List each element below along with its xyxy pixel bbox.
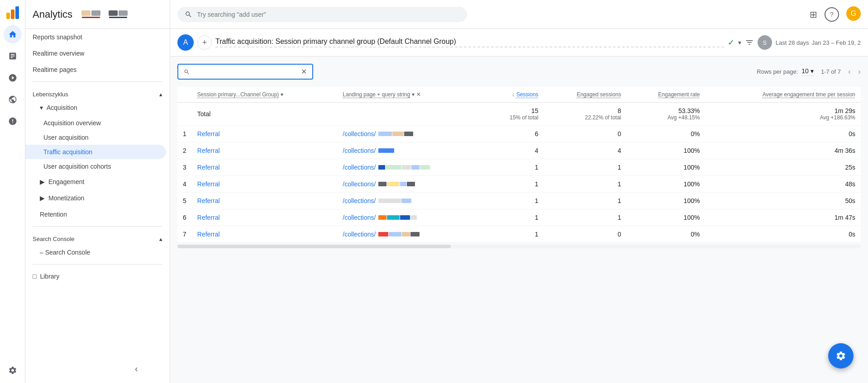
section-lebenszyklus[interactable]: Lebenszyklus ▴ [25,85,170,99]
search-input[interactable] [197,11,460,18]
row-sessions: 1 [485,176,544,193]
col-sessions-label[interactable]: Sessions [516,91,539,98]
row-engaged: 1 [544,209,627,226]
col-channel-filter-icon[interactable]: ▾ [281,91,283,98]
sidebar-header: Analytics [25,0,170,29]
row-channel[interactable]: Referral [192,209,337,226]
row-channel[interactable]: Referral [192,193,337,209]
row-channel[interactable]: Referral [192,176,337,193]
sidebar-item-user-acquisition-cohorts[interactable]: User acquisition cohorts [25,159,166,174]
advertising-icon[interactable] [4,112,22,130]
reports-icon[interactable] [4,47,22,65]
col-landing: Landing page + query string ▾ ✕ [337,87,484,103]
row-landing[interactable]: /collections/ [337,176,484,193]
sidebar-item-realtime-pages[interactable]: Realtime pages [25,61,166,78]
tab-1[interactable] [78,9,104,20]
row-landing[interactable]: /collections/ [337,142,484,159]
app-title: Analytics [33,9,72,20]
col-engaged-sessions: Engaged sessions [544,87,627,103]
sidebar-item-library[interactable]: □ Library [25,268,166,284]
row-landing[interactable]: /collections/ [337,159,484,176]
row-num: 5 [177,193,192,209]
col-landing-filter-icon[interactable]: ▾ [412,91,415,98]
home-icon[interactable] [4,25,22,43]
row-channel[interactable]: Referral [192,126,337,142]
sidebar-item-reports-snapshot[interactable]: Reports snapshot [25,29,166,45]
user-profile-icon[interactable]: G [846,6,861,22]
row-landing[interactable]: /collections/ [337,126,484,142]
svg-text:G: G [851,9,856,17]
tab-bar [78,9,131,20]
realtime-icon[interactable] [4,69,22,87]
sidebar-item-traffic-acquisition[interactable]: Traffic acquisition [25,145,166,159]
filter-dropdown-icon[interactable]: ▾ [738,39,741,46]
landing-bar [378,215,417,220]
scroll-indicator[interactable] [177,245,861,248]
row-channel[interactable]: Referral [192,159,337,176]
row-landing[interactable]: /collections/ [337,209,484,226]
rows-per-page-label: Rows per page: [757,68,798,75]
row-channel[interactable]: Referral [192,226,337,243]
sidebar-collapse-btn[interactable]: ‹ [135,364,138,374]
clear-search-btn[interactable]: ✕ [301,67,307,76]
sidebar-item-engagement[interactable]: ▶ Engagement [25,174,166,190]
col-sessions-sort-icon: ↓ [512,91,515,98]
row-avg-time: 25s [705,159,861,176]
row-sessions: 1 [485,193,544,209]
col-engaged-sessions-label: Engaged sessions [577,91,621,98]
rows-per-page-value: 10 [801,67,809,75]
apps-icon[interactable]: ⊞ [810,9,817,20]
row-num: 1 [177,126,192,142]
report-title: Traffic acquisition: Session primary cha… [215,38,724,47]
sidebar-item-search-console[interactable]: – Search Console [25,244,166,260]
row-channel[interactable]: Referral [192,142,337,159]
section-search-console[interactable]: Search Console ▴ [25,230,170,244]
prev-page-btn[interactable]: ‹ [848,67,851,76]
sidebar-item-user-acquisition[interactable]: User acquisition [25,130,166,145]
rows-per-page-select[interactable]: 10 ▾ [801,67,814,76]
svg-rect-0 [6,13,10,19]
date-range: Last 28 days Jan 23 – Feb 19, 2 [776,39,861,46]
sidebar-item-realtime-overview[interactable]: Realtime overview [25,45,166,61]
table-row: 3Referral/collections/11100%25s [177,159,861,176]
sidebar: Analytics [25,0,170,383]
col-engagement-rate: Engagement rate [627,87,706,103]
sidebar-item-retention[interactable]: Retention [25,206,166,222]
top-bar: ⊞ ? G [170,0,868,29]
landing-bar [378,232,420,237]
row-avg-time: 1m 47s [705,209,861,226]
col-sessions: ↓ Sessions [485,87,544,103]
help-icon[interactable]: ? [825,7,839,22]
row-sessions: 6 [485,126,544,142]
sidebar-item-search-console-label: – Search Console [40,249,90,256]
row-landing[interactable]: /collections/ [337,226,484,243]
sidebar-item-monetization[interactable]: ▶ Monetization [25,190,166,206]
divider-2 [33,226,162,227]
col-avg-time-label: Average engagement time per session [763,91,855,98]
settings-icon[interactable] [4,361,22,379]
explore-icon[interactable] [4,90,22,109]
table-search-icon [184,68,190,76]
row-landing[interactable]: /collections/ [337,193,484,209]
scroll-thumb [177,245,451,248]
table-search-input[interactable]: collections [194,68,298,76]
sidebar-item-acquisition[interactable]: ▾ Acquisition [25,99,166,116]
filter-icon[interactable] [745,38,754,47]
col-engagement-rate-label: Engagement rate [658,91,700,98]
content-header: A + Traffic acquisition: Session primary… [170,29,868,57]
add-report-btn[interactable]: + [197,35,212,50]
row-eng-rate: 0% [627,126,706,142]
engagement-expand-icon: ▶ [40,178,45,185]
section-search-console-collapse-icon: ▴ [159,236,162,242]
sidebar-item-engagement-label: Engagement [48,178,84,185]
table-container: collections ✕ Rows per page: 10 ▾ 1-7 of… [170,57,868,383]
next-page-btn[interactable]: › [858,67,861,76]
total-row: Total 15 15% of total 8 22.22% of total … [177,103,861,126]
row-num: 6 [177,209,192,226]
report-avatar-btn[interactable]: A [177,34,194,51]
tab-2[interactable] [105,9,131,20]
col-landing-close-icon[interactable]: ✕ [416,91,421,98]
fab-settings-btn[interactable] [828,343,854,369]
sidebar-item-acquisition-overview[interactable]: Acquisition overview [25,116,166,130]
main-content: ⊞ ? G A + Traffic acquisition: Session p… [170,0,868,383]
